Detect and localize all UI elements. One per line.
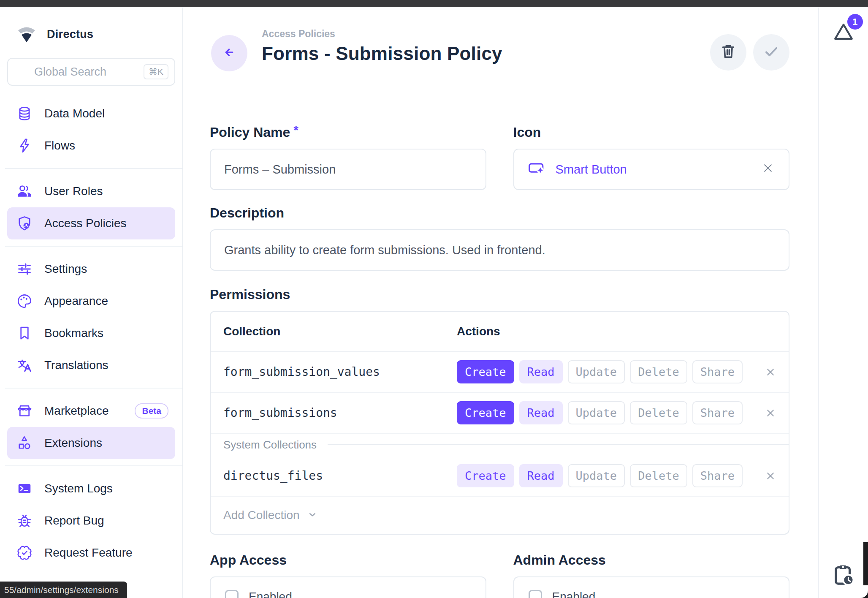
icon-value: Smart Button xyxy=(556,163,627,177)
logo-row: Directus xyxy=(0,7,182,45)
shield-user-icon xyxy=(16,215,33,231)
action-chip-update[interactable]: Update xyxy=(568,360,625,383)
action-chip-delete[interactable]: Delete xyxy=(630,401,687,424)
app-access-box: Enabled xyxy=(210,576,486,598)
sidebar-item-request-feature[interactable]: Request Feature xyxy=(7,537,175,569)
action-chip-create[interactable]: Create xyxy=(457,464,514,487)
check-icon xyxy=(762,42,781,63)
permission-collection-name: directus_files xyxy=(211,469,457,483)
icon-input[interactable]: Smart Button xyxy=(513,149,790,190)
beta-badge: Beta xyxy=(135,403,168,419)
sidebar-divider xyxy=(5,246,182,247)
notifications-button[interactable]: 1 xyxy=(832,20,855,45)
sidebar-item-translations[interactable]: Translations xyxy=(7,349,175,381)
admin-access-checkbox[interactable] xyxy=(529,590,542,598)
sidebar: Directus Global Search ⌘K Data Model Flo… xyxy=(0,7,183,598)
terminal-icon xyxy=(16,481,33,497)
main-content: Access Policies Forms - Submission Polic… xyxy=(183,7,818,598)
app-access-checkbox-label: Enabled xyxy=(249,590,292,598)
permissions-table-header: Collection Actions xyxy=(211,312,789,352)
permission-collection-name: form_submission_values xyxy=(211,365,457,379)
sidebar-item-marketplace[interactable]: Marketplace Beta xyxy=(7,395,175,427)
bookmark-icon xyxy=(16,325,33,341)
seal-check-icon xyxy=(16,545,33,561)
sidebar-item-user-roles[interactable]: User Roles xyxy=(7,175,175,207)
category-icon xyxy=(16,435,33,451)
description-input[interactable]: Grants ability to create form submission… xyxy=(210,229,789,271)
collection-column-header: Collection xyxy=(211,325,457,338)
delete-button[interactable] xyxy=(710,34,746,71)
permission-row: directus_files CreateReadUpdateDeleteSha… xyxy=(211,456,789,497)
action-chip-create[interactable]: Create xyxy=(457,401,514,424)
action-chip-create[interactable]: Create xyxy=(457,360,514,383)
clear-icon-x[interactable] xyxy=(761,161,775,178)
action-chip-share[interactable]: Share xyxy=(692,401,743,424)
policy-name-label: Policy Name * xyxy=(210,125,486,140)
sidebar-item-settings[interactable]: Settings xyxy=(7,253,175,285)
permissions-rows: form_submission_values CreateReadUpdateD… xyxy=(211,352,789,497)
permission-actions: CreateReadUpdateDeleteShare xyxy=(457,464,789,487)
smart-button-icon xyxy=(528,159,546,180)
header-actions xyxy=(710,34,789,71)
add-collection-button[interactable]: Add Collection xyxy=(211,497,789,534)
logo-text: Directus xyxy=(47,28,93,41)
action-chip-read[interactable]: Read xyxy=(519,360,563,383)
people-icon xyxy=(16,183,33,199)
action-chip-delete[interactable]: Delete xyxy=(630,360,687,383)
app-access-checkbox[interactable] xyxy=(225,590,239,598)
permission-row: form_submission_values CreateReadUpdateD… xyxy=(211,352,789,393)
action-chip-share[interactable]: Share xyxy=(692,360,743,383)
icon-label: Icon xyxy=(513,125,790,140)
action-chip-delete[interactable]: Delete xyxy=(630,464,687,487)
tune-icon xyxy=(16,261,33,277)
palette-icon xyxy=(16,293,33,309)
sidebar-item-flows[interactable]: Flows xyxy=(7,130,175,162)
action-chip-read[interactable]: Read xyxy=(519,401,563,424)
permission-actions: CreateReadUpdateDeleteShare xyxy=(457,360,789,383)
right-sidebar: 1 xyxy=(818,7,868,598)
sidebar-item-report-bug[interactable]: Report Bug xyxy=(7,505,175,537)
bolt-icon xyxy=(16,138,33,154)
description-field-group: Description Grants ability to create for… xyxy=(210,205,789,271)
search-shortcut-kbd: ⌘K xyxy=(144,64,168,79)
action-chip-share[interactable]: Share xyxy=(692,464,743,487)
sidebar-item-data-model[interactable]: Data Model xyxy=(7,98,175,130)
required-asterisk: * xyxy=(293,125,298,136)
back-button[interactable] xyxy=(211,35,247,71)
action-chip-read[interactable]: Read xyxy=(519,464,563,487)
permissions-label: Permissions xyxy=(210,287,789,302)
permissions-table: Collection Actions form_submission_value… xyxy=(210,311,789,535)
policy-name-field-group: Policy Name * Forms – Submission xyxy=(210,125,486,190)
sidebar-item-appearance[interactable]: Appearance xyxy=(7,285,175,317)
sidebar-item-bookmarks[interactable]: Bookmarks xyxy=(7,317,175,349)
sidebar-item-access-policies[interactable]: Access Policies xyxy=(7,207,175,239)
policy-form: Policy Name * Forms – Submission Icon xyxy=(210,125,789,598)
action-chip-update[interactable]: Update xyxy=(568,464,625,487)
actions-column-header: Actions xyxy=(457,325,500,338)
notification-count-badge: 1 xyxy=(847,14,863,30)
sidebar-item-system-logs[interactable]: System Logs xyxy=(7,473,175,505)
title-block: Access Policies Forms - Submission Polic… xyxy=(262,27,502,64)
app-access-group: App Access Enabled xyxy=(210,552,486,598)
breadcrumb: Access Policies xyxy=(262,28,502,40)
activity-log-button[interactable] xyxy=(831,563,856,589)
chevron-down-icon xyxy=(307,507,318,524)
database-icon xyxy=(16,106,33,122)
global-search-input[interactable]: Global Search ⌘K xyxy=(7,58,175,86)
save-button[interactable] xyxy=(753,34,789,71)
system-collections-divider: System Collections xyxy=(211,434,789,456)
directus-logo-icon xyxy=(16,23,37,45)
action-chip-update[interactable]: Update xyxy=(568,401,625,424)
warning-triangle-icon xyxy=(832,38,855,45)
policy-name-input[interactable]: Forms – Submission xyxy=(210,149,486,190)
admin-access-label: Admin Access xyxy=(513,552,790,568)
admin-access-checkbox-label: Enabled xyxy=(552,590,596,598)
window-corner xyxy=(855,585,868,598)
storefront-icon xyxy=(16,403,33,419)
arrow-left-icon xyxy=(220,43,239,64)
remove-permission-icon[interactable] xyxy=(764,366,777,378)
sidebar-item-extensions[interactable]: Extensions xyxy=(7,427,175,459)
permission-collection-name: form_submissions xyxy=(211,406,457,420)
remove-permission-icon[interactable] xyxy=(764,470,777,482)
remove-permission-icon[interactable] xyxy=(764,407,777,419)
